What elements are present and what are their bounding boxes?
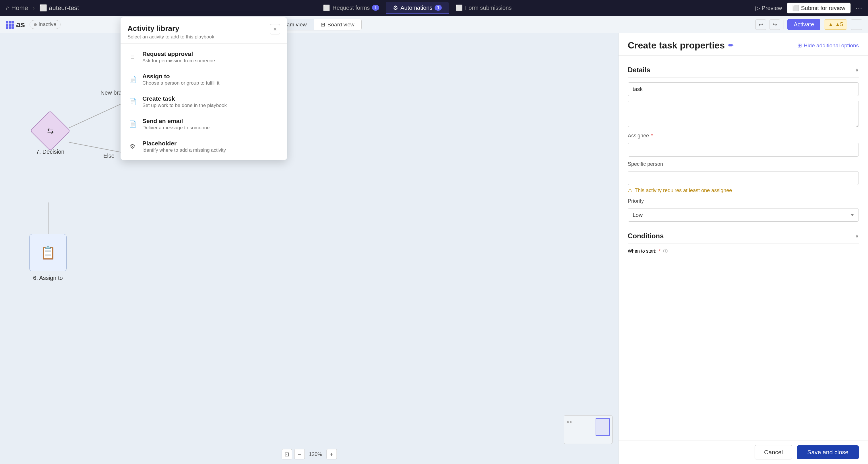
app-logo: as (6, 20, 25, 29)
create-task-desc: Set up work to be done in the playbook (143, 103, 280, 108)
priority-select[interactable]: Low Medium High (628, 208, 859, 222)
activity-library-close[interactable]: × (270, 24, 280, 34)
send-email-desc: Deliver a message to someone (143, 125, 280, 131)
zoom-fit-button[interactable]: ⊡ (282, 449, 292, 459)
conditions-chevron: ∧ (855, 233, 859, 239)
undo-button[interactable]: ↩ (755, 20, 766, 30)
nav-home[interactable]: ⌂ Home (6, 4, 28, 12)
logo-grid (6, 21, 14, 29)
assign-to-label: 6. Assign to (33, 275, 63, 281)
send-email-title: Send an email (143, 118, 280, 125)
tab-request-forms[interactable]: ⬜ Request forms 1 (316, 2, 386, 14)
assign-to-node: 📋 6. Assign to (29, 234, 67, 281)
hide-icon: ⊞ (797, 42, 802, 49)
when-to-start-field: When to start: * ⓘ (628, 248, 859, 254)
canvas-area[interactable]: ⇆ 7. Decision New branch Else + ◇ ⬜ × 📋 … (0, 33, 618, 464)
activity-item-assign-to[interactable]: 📄 Assign to Choose a person or group to … (121, 68, 287, 91)
title-field (628, 82, 859, 96)
specific-person-input[interactable] (628, 171, 859, 185)
right-panel: Create task properties ✏ ⊞ Hide addition… (618, 33, 868, 464)
cancel-button[interactable]: Cancel (755, 445, 792, 459)
assign-to-desc: Choose a person or group to fulfill it (143, 80, 280, 86)
status-dot (34, 23, 37, 26)
submit-icon: ⬜ (792, 5, 799, 11)
assignee-input[interactable] (628, 143, 859, 157)
nav-more-button[interactable]: ⋯ (856, 4, 862, 12)
toolbar-right: ↩ ↪ Activate ▲ ▲5 ⋯ (755, 19, 862, 30)
activity-library-modal: Activity library Select an activity to a… (121, 17, 287, 160)
breadcrumb-separator: › (33, 4, 35, 12)
activity-library-titles: Activity library Select an activity to a… (127, 24, 214, 40)
nav-tabs: ⬜ Request forms 1 ⚙ Automations 1 ⬜ Form… (316, 2, 518, 14)
tab-form-submissions[interactable]: ⬜ Form submissions (448, 2, 518, 14)
details-section-header[interactable]: Details ∧ (628, 63, 859, 78)
request-approval-desc: Ask for permission from someone (143, 58, 280, 64)
toolbar-more-button[interactable]: ⋯ (851, 20, 862, 30)
specific-person-field: Specific person (628, 161, 859, 185)
activate-button[interactable]: Activate (787, 19, 820, 30)
status-label: Inactive (38, 22, 56, 28)
home-label: Home (11, 4, 28, 12)
conditions-section-header[interactable]: Conditions ∧ (628, 229, 859, 244)
request-approval-title: Request approval (143, 51, 280, 57)
assignee-label: Assignee * (628, 133, 859, 139)
alert-button[interactable]: ▲ ▲5 (824, 20, 847, 30)
specific-person-label: Specific person (628, 161, 859, 167)
activity-item-create-task[interactable]: 📄 Create task Set up work to be done in … (121, 91, 287, 113)
activity-library-header: Activity library Select an activity to a… (121, 17, 287, 43)
zoom-out-button[interactable]: − (294, 449, 305, 459)
details-section: Details ∧ Assignee * Specific perso (628, 63, 859, 222)
warning-icon: ⚠ (628, 187, 632, 194)
request-approval-content: Request approval Ask for permission from… (143, 51, 280, 64)
activity-library-title: Activity library (127, 24, 214, 33)
submit-review-button[interactable]: ⬜ Submit for review (787, 3, 851, 13)
send-email-content: Send an email Deliver a message to someo… (143, 118, 280, 131)
details-section-title: Details (628, 66, 650, 74)
activity-library-subtitle: Select an activity to add to this playbo… (127, 34, 214, 40)
decision-diamond: ⇆ (30, 110, 70, 151)
when-to-start-label: When to start: * ⓘ (628, 248, 668, 254)
assign-node-box[interactable]: 📋 (29, 234, 67, 271)
tab-automations[interactable]: ⚙ Automations 1 (386, 2, 448, 14)
activity-item-placeholder[interactable]: ⚙ Placeholder Identify where to add a mi… (121, 135, 287, 158)
board-view-tab[interactable]: ⊞ Board view (314, 19, 361, 30)
create-task-icon: 📄 (127, 97, 138, 107)
right-panel-header: Create task properties ✏ ⊞ Hide addition… (619, 33, 868, 56)
edit-title-icon[interactable]: ✏ (728, 42, 733, 49)
info-icon[interactable]: ⓘ (663, 248, 668, 254)
assign-to-title: Assign to (143, 73, 280, 80)
preview-button[interactable]: ▷ Preview (755, 5, 782, 11)
assign-to-content: Assign to Choose a person or group to fu… (143, 73, 280, 86)
placeholder-desc: Identify where to add a missing activity (143, 147, 280, 153)
assignee-required: * (651, 133, 653, 138)
redo-button[interactable]: ↪ (770, 20, 780, 30)
title-input[interactable] (628, 82, 859, 96)
status-badge[interactable]: Inactive (30, 20, 61, 29)
nav-project[interactable]: ⬜ auteur-test (39, 4, 79, 12)
request-forms-icon: ⬜ (323, 4, 330, 11)
zoom-in-button[interactable]: + (327, 449, 337, 459)
form-submissions-icon: ⬜ (456, 4, 463, 11)
right-panel-title: Create task properties ✏ (628, 40, 733, 51)
else-label: Else (103, 153, 115, 159)
activity-item-send-email[interactable]: 📄 Send an email Deliver a message to som… (121, 113, 287, 135)
activity-item-request-approval[interactable]: ≡ Request approval Ask for permission fr… (121, 46, 287, 68)
request-approval-icon: ≡ (127, 52, 138, 62)
priority-label: Priority (628, 198, 859, 204)
conditions-section-title: Conditions (628, 232, 663, 240)
assignee-warning: ⚠ This activity requires at least one as… (628, 187, 859, 194)
create-task-title: Create task (143, 95, 280, 102)
hide-options-link[interactable]: ⊞ Hide additional options (797, 42, 859, 49)
top-navigation: ⌂ Home › ⬜ auteur-test ⬜ Request forms 1… (0, 0, 868, 16)
project-icon: ⬜ (39, 4, 47, 12)
right-panel-footer: Cancel Save and close (619, 440, 868, 464)
send-email-icon: 📄 (127, 119, 138, 129)
description-textarea[interactable] (628, 101, 859, 127)
details-chevron: ∧ (855, 67, 859, 73)
right-panel-body: Details ∧ Assignee * Specific perso (619, 56, 868, 440)
minimap-viewport[interactable] (596, 419, 610, 436)
minimap (564, 415, 613, 444)
home-icon: ⌂ (6, 4, 9, 12)
save-close-button[interactable]: Save and close (797, 445, 859, 459)
activity-library-items: ≡ Request approval Ask for permission fr… (121, 43, 287, 160)
